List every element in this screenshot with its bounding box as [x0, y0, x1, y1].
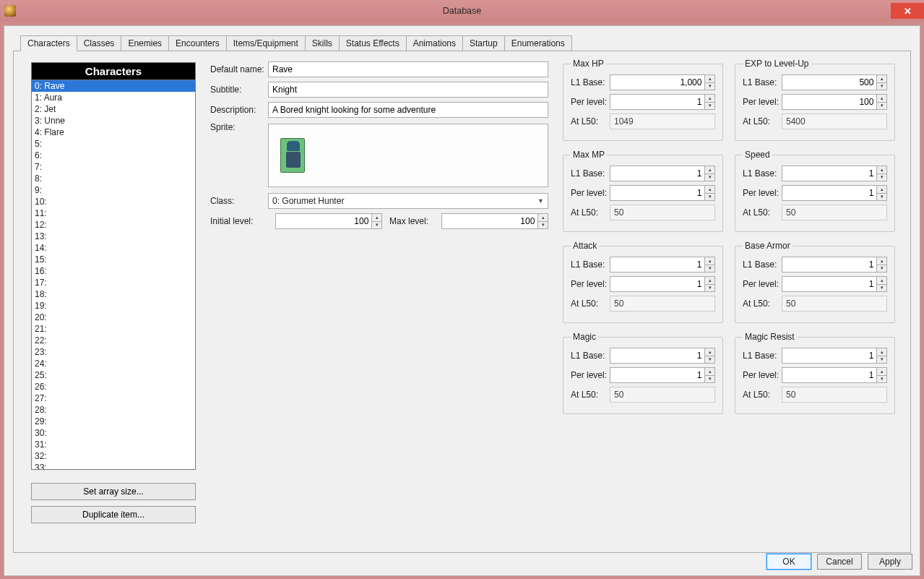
spin-up-icon[interactable]: ▲ [877, 277, 886, 285]
list-item[interactable]: 15: [32, 254, 195, 265]
list-item[interactable]: 14: [32, 242, 195, 254]
spin-up-icon[interactable]: ▲ [372, 214, 381, 222]
spin-up-icon[interactable]: ▲ [877, 186, 886, 194]
list-item[interactable]: 9: [32, 184, 195, 196]
per-level-spinner[interactable]: ▲▼ [782, 367, 887, 383]
list-item[interactable]: 21: [32, 323, 195, 335]
list-item[interactable]: 13: [32, 231, 195, 242]
spin-down-icon[interactable]: ▼ [877, 285, 886, 292]
spin-up-icon[interactable]: ▲ [705, 186, 714, 194]
description-input[interactable] [268, 102, 548, 118]
list-item[interactable]: 4: Flare [32, 126, 195, 138]
tab-enemies[interactable]: Enemies [121, 35, 169, 51]
list-item[interactable]: 16: [32, 265, 195, 277]
l1-base-value[interactable] [782, 257, 876, 272]
list-item[interactable]: 0: Rave [32, 80, 195, 92]
l1-base-spinner[interactable]: ▲▼ [782, 166, 887, 181]
spin-down-icon[interactable]: ▼ [877, 103, 886, 110]
list-item[interactable]: 1: Aura [32, 92, 195, 103]
l1-base-spinner[interactable]: ▲▼ [610, 166, 715, 181]
apply-button[interactable]: Apply [868, 554, 912, 570]
list-item[interactable]: 20: [32, 312, 195, 323]
sprite-picker[interactable] [268, 124, 548, 187]
list-item[interactable]: 18: [32, 288, 195, 300]
l1-base-value[interactable] [610, 166, 704, 181]
spin-down-icon[interactable]: ▼ [877, 83, 886, 90]
tab-skills[interactable]: Skills [305, 35, 340, 51]
list-item[interactable]: 26: [32, 381, 195, 393]
spin-up-icon[interactable]: ▲ [705, 277, 714, 285]
list-item[interactable]: 11: [32, 207, 195, 219]
spin-down-icon[interactable]: ▼ [705, 265, 714, 273]
l1-base-spinner[interactable]: ▲▼ [782, 74, 887, 90]
l1-base-value[interactable] [610, 348, 704, 363]
tab-items-equipment[interactable]: Items/Equipment [226, 35, 306, 51]
l1-base-spinner[interactable]: ▲▼ [782, 348, 887, 364]
class-combobox[interactable]: 0: Gorumet Hunter ▼ [268, 193, 548, 209]
per-level-value[interactable] [782, 95, 876, 109]
l1-base-spinner[interactable]: ▲▼ [610, 74, 715, 90]
initial-level-spinner[interactable]: ▲▼ [275, 213, 382, 229]
tab-status-effects[interactable]: Status Effects [339, 35, 407, 51]
spin-down-icon[interactable]: ▼ [877, 376, 886, 383]
spin-down-icon[interactable]: ▼ [705, 194, 714, 201]
list-item[interactable]: 2: Jet [32, 103, 195, 115]
per-level-spinner[interactable]: ▲▼ [610, 94, 715, 110]
tab-startup[interactable]: Startup [462, 35, 505, 51]
list-item[interactable]: 31: [32, 439, 195, 450]
spin-down-icon[interactable]: ▼ [877, 194, 886, 201]
per-level-spinner[interactable]: ▲▼ [782, 276, 887, 292]
list-item[interactable]: 25: [32, 369, 195, 381]
l1-base-spinner[interactable]: ▲▼ [610, 348, 715, 364]
spin-up-icon[interactable]: ▲ [877, 75, 886, 83]
max-level-value[interactable] [442, 214, 537, 228]
spin-down-icon[interactable]: ▼ [372, 222, 381, 229]
list-item[interactable]: 10: [32, 196, 195, 207]
duplicate-item-button[interactable]: Duplicate item... [31, 506, 196, 523]
list-item[interactable]: 12: [32, 219, 195, 231]
per-level-value[interactable] [610, 95, 704, 109]
spin-down-icon[interactable]: ▼ [877, 174, 886, 181]
per-level-spinner[interactable]: ▲▼ [782, 94, 887, 110]
tab-enumerations[interactable]: Enumerations [504, 35, 572, 51]
spin-down-icon[interactable]: ▼ [705, 376, 714, 383]
list-item[interactable]: 6: [32, 150, 195, 161]
l1-base-value[interactable] [610, 257, 704, 272]
l1-base-value[interactable] [782, 348, 876, 363]
list-item[interactable]: 24: [32, 358, 195, 369]
list-item[interactable]: 32: [32, 450, 195, 462]
spin-down-icon[interactable]: ▼ [705, 83, 714, 90]
per-level-spinner[interactable]: ▲▼ [782, 185, 887, 201]
spin-down-icon[interactable]: ▼ [705, 356, 714, 364]
initial-level-value[interactable] [276, 214, 371, 228]
per-level-spinner[interactable]: ▲▼ [610, 185, 715, 201]
list-item[interactable]: 5: [32, 138, 195, 150]
per-level-spinner[interactable]: ▲▼ [610, 367, 715, 383]
per-level-value[interactable] [610, 277, 704, 291]
list-item[interactable]: 33: [32, 462, 195, 470]
spin-down-icon[interactable]: ▼ [705, 174, 714, 181]
spin-up-icon[interactable]: ▲ [705, 166, 714, 174]
l1-base-value[interactable] [782, 75, 876, 90]
spin-up-icon[interactable]: ▲ [538, 214, 548, 222]
tab-classes[interactable]: Classes [77, 35, 122, 51]
list-item[interactable]: 28: [32, 404, 195, 416]
per-level-value[interactable] [782, 368, 876, 382]
list-item[interactable]: 3: Unne [32, 115, 195, 126]
list-item[interactable]: 7: [32, 161, 195, 173]
list-item[interactable]: 19: [32, 300, 195, 312]
spin-up-icon[interactable]: ▲ [877, 348, 886, 356]
tab-animations[interactable]: Animations [406, 35, 463, 51]
spin-down-icon[interactable]: ▼ [877, 356, 886, 364]
character-list[interactable]: 0: Rave1: Aura2: Jet3: Unne4: Flare5:6:7… [31, 80, 196, 470]
l1-base-spinner[interactable]: ▲▼ [782, 257, 887, 273]
max-level-spinner[interactable]: ▲▼ [441, 213, 548, 229]
spin-up-icon[interactable]: ▲ [705, 257, 714, 265]
spin-up-icon[interactable]: ▲ [705, 348, 714, 356]
per-level-value[interactable] [782, 277, 876, 291]
list-item[interactable]: 8: [32, 173, 195, 184]
list-item[interactable]: 22: [32, 335, 195, 346]
spin-up-icon[interactable]: ▲ [877, 166, 886, 174]
list-item[interactable]: 17: [32, 277, 195, 288]
list-item[interactable]: 30: [32, 427, 195, 439]
